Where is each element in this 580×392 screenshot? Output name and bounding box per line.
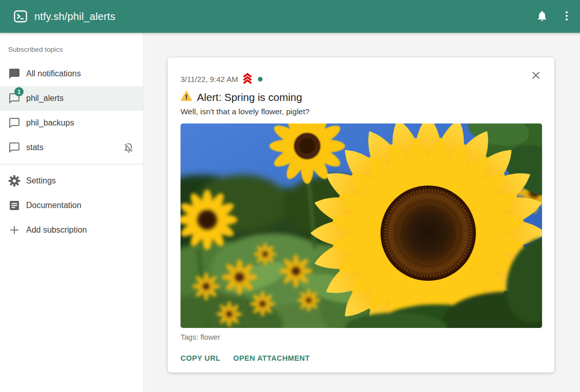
sidebar-item-documentation[interactable]: Documentation — [0, 193, 143, 218]
sidebar-item-label: Add subscription — [26, 225, 87, 235]
article-icon — [8, 199, 21, 212]
sidebar-item-phil-backups[interactable]: phil_backups — [0, 111, 143, 135]
card-actions: COPY URL OPEN ATTACHMENT — [176, 350, 542, 366]
sidebar-divider — [0, 164, 143, 164]
gear-icon — [8, 175, 21, 187]
sidebar-item-stats[interactable]: stats — [0, 135, 143, 160]
sidebar-item-add-subscription[interactable]: Add subscription — [0, 218, 143, 242]
kebab-menu-icon — [561, 10, 573, 24]
chat-bubble-outline-icon: 1 — [8, 92, 21, 105]
green-dot-new-indicator — [258, 77, 263, 81]
ntfy-web-app: ntfy.sh/phil_alerts Subscribed topics — [0, 0, 580, 392]
sidebar-item-all-notifications[interactable]: All notifications — [0, 61, 143, 86]
sidebar-item-settings[interactable]: Settings — [0, 169, 143, 193]
bell-icon — [536, 10, 548, 24]
terminal-window-icon — [13, 9, 28, 24]
message-title: Alert: Spring is coming — [197, 91, 302, 104]
message-timestamp: 3/11/22, 9:42 AM — [181, 75, 238, 84]
main-area: 3/11/22, 9:42 AM — [144, 33, 580, 392]
copy-url-button[interactable]: COPY URL — [176, 350, 225, 366]
message-body: Well, isn't that a lovely flower, piglet… — [181, 107, 542, 116]
sidebar: Subscribed topics All notifications 1 ph… — [0, 33, 144, 392]
sidebar-item-phil-alerts[interactable]: 1 phil_alerts — [0, 86, 143, 111]
message-title-row: Alert: Spring is coming — [181, 90, 542, 104]
chat-bubble-outline-icon — [8, 141, 21, 154]
tags-label: Tags: flower — [181, 333, 542, 341]
triple-chevron-up-icon — [242, 72, 253, 87]
open-attachment-button[interactable]: OPEN ATTACHMENT — [229, 350, 314, 366]
sidebar-item-label: Documentation — [26, 201, 82, 210]
sidebar-item-label: phil_backups — [26, 118, 74, 128]
bell-off-icon — [123, 141, 135, 154]
message-meta-row: 3/11/22, 9:42 AM — [181, 72, 542, 87]
app-title: ntfy.sh/phil_alerts — [34, 11, 115, 23]
chat-bubble-outline-icon — [8, 117, 21, 129]
sidebar-item-label: Settings — [26, 176, 56, 185]
warning-triangle-emoji — [181, 90, 192, 104]
notification-card: 3/11/22, 9:42 AM — [168, 57, 554, 373]
plus-icon — [8, 224, 21, 236]
app-bar: ntfy.sh/phil_alerts — [0, 0, 580, 33]
overflow-menu-button[interactable] — [556, 6, 577, 27]
sidebar-item-label: phil_alerts — [26, 94, 64, 103]
subscribed-topics-label: Subscribed topics — [0, 37, 143, 61]
notifications-button[interactable] — [531, 6, 553, 27]
unread-count-badge: 1 — [14, 87, 24, 96]
attachment-image[interactable] — [181, 123, 542, 328]
sidebar-item-label: All notifications — [26, 69, 81, 78]
sidebar-item-label: stats — [26, 143, 44, 152]
card-content: 3/11/22, 9:42 AM — [181, 57, 542, 366]
chat-bubble-filled-icon — [8, 68, 21, 80]
